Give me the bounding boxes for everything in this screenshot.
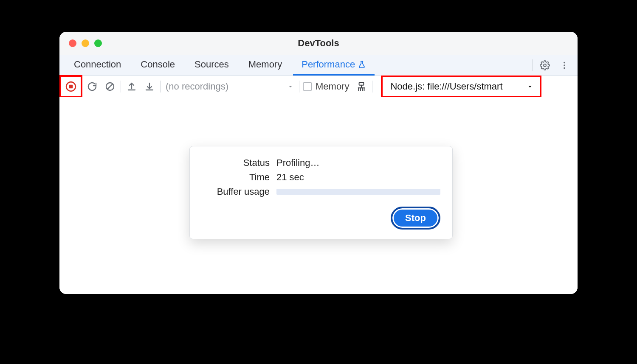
window-titlebar: DevTools xyxy=(59,32,578,55)
memory-checkbox[interactable] xyxy=(303,82,312,91)
more-icon[interactable] xyxy=(557,58,572,73)
svg-point-2 xyxy=(564,64,565,66)
chevron-down-icon xyxy=(287,83,294,90)
svg-point-0 xyxy=(544,64,546,67)
memory-label[interactable]: Memory xyxy=(316,81,349,92)
tab-label: Memory xyxy=(248,59,282,70)
target-select[interactable]: Node.js: file:///Users/stmart xyxy=(381,76,541,98)
window-title: DevTools xyxy=(59,38,578,49)
close-window-button[interactable] xyxy=(69,39,76,47)
download-icon[interactable] xyxy=(142,79,157,94)
window-controls xyxy=(59,39,102,47)
time-label: Time xyxy=(202,172,270,183)
svg-line-7 xyxy=(107,84,113,89)
tab-label: Performance xyxy=(302,59,355,70)
buffer-usage-bar xyxy=(276,189,440,195)
recordings-select[interactable]: (no recordings) xyxy=(164,81,296,92)
recordings-placeholder: (no recordings) xyxy=(166,81,228,92)
target-select-label: Node.js: file:///Users/stmart xyxy=(390,81,502,92)
tab-performance[interactable]: Performance xyxy=(293,55,375,76)
svg-rect-8 xyxy=(359,82,364,85)
svg-point-3 xyxy=(564,67,565,69)
divider xyxy=(160,81,161,92)
tab-label: Console xyxy=(141,59,175,70)
record-button[interactable] xyxy=(64,79,78,94)
performance-toolbar: (no recordings) Memory Node.js: file:///… xyxy=(59,76,578,97)
fullscreen-window-button[interactable] xyxy=(94,39,102,47)
tab-console[interactable]: Console xyxy=(132,55,183,76)
reload-icon[interactable] xyxy=(85,79,99,94)
divider xyxy=(532,59,533,71)
svg-point-1 xyxy=(564,62,565,63)
clear-icon[interactable] xyxy=(103,79,117,94)
flask-icon xyxy=(355,60,366,69)
tab-connection[interactable]: Connection xyxy=(65,55,130,76)
svg-rect-5 xyxy=(69,84,73,88)
divider xyxy=(299,81,299,92)
minimize-window-button[interactable] xyxy=(82,39,89,47)
profiling-dialog: Status Profiling… Time 21 sec Buffer usa… xyxy=(189,146,453,239)
tabbar: Connection Console Sources Memory Perfor… xyxy=(59,55,578,76)
highlight-record-button xyxy=(59,75,82,98)
divider xyxy=(372,81,372,92)
stop-button[interactable]: Stop xyxy=(391,207,440,230)
divider xyxy=(121,81,121,92)
status-label: Status xyxy=(202,157,270,168)
chevron-down-icon xyxy=(526,83,534,90)
devtools-window: DevTools Connection Console Sources Memo… xyxy=(59,32,578,294)
performance-content: Status Profiling… Time 21 sec Buffer usa… xyxy=(59,97,578,294)
garbage-collect-icon[interactable] xyxy=(354,79,369,94)
tab-memory[interactable]: Memory xyxy=(240,55,290,76)
tab-label: Sources xyxy=(194,59,229,70)
status-value: Profiling… xyxy=(276,157,440,168)
tab-sources[interactable]: Sources xyxy=(186,55,237,76)
tab-label: Connection xyxy=(74,59,121,70)
buffer-label: Buffer usage xyxy=(202,186,270,197)
upload-icon[interactable] xyxy=(124,79,139,94)
gear-icon[interactable] xyxy=(538,58,552,73)
time-value: 21 sec xyxy=(276,172,440,183)
